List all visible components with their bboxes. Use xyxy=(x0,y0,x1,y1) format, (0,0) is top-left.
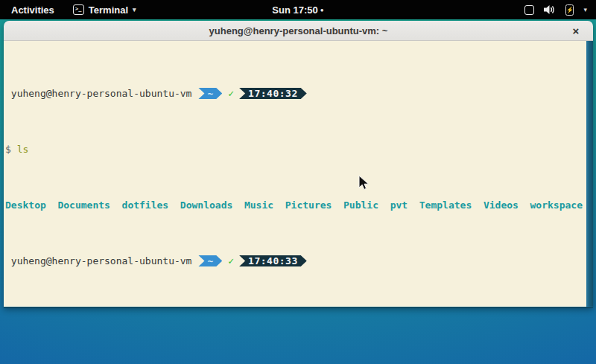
command-line: $ls xyxy=(5,144,586,155)
prompt-cwd-segment: ~ xyxy=(198,88,222,99)
directory-name: Downloads xyxy=(180,199,232,211)
prompt-time-segment: 17:40:32 xyxy=(239,88,307,99)
prompt-status-check-icon: ✓ xyxy=(228,255,234,266)
chevron-down-icon: ▾ xyxy=(133,6,136,13)
window-title: yuheng@henry-personal-ubuntu-vm: ~ xyxy=(209,25,388,36)
prompt-dollar: $ xyxy=(5,144,11,155)
directory-name: workspace xyxy=(530,199,583,211)
prompt-line-1: yuheng@henry-personal-ubuntu-vm~✓17:40:3… xyxy=(5,88,586,99)
close-icon[interactable]: × xyxy=(568,21,584,41)
activities-label: Activities xyxy=(11,4,54,16)
prompt-cwd-segment: ~ xyxy=(198,255,222,266)
directory-name: Documents xyxy=(57,199,110,211)
directory-name: Templates xyxy=(419,199,472,211)
screen-icon xyxy=(524,5,534,15)
window-titlebar[interactable]: yuheng@henry-personal-ubuntu-vm: ~ × xyxy=(4,21,593,41)
ls-output-line: Desktop Documents dotfiles Downloads Mus… xyxy=(5,199,586,211)
directory-name: pvt xyxy=(390,199,408,211)
clock-button[interactable]: Sun 17:50 ● xyxy=(272,0,323,19)
directory-name: Videos xyxy=(484,199,519,211)
directory-name: Music xyxy=(244,199,273,211)
directory-name: Public xyxy=(343,199,378,211)
system-status-area[interactable]: ⚡ ▾ xyxy=(524,0,590,19)
system-menu-chevron-icon: ▾ xyxy=(583,6,587,13)
battery-charging-icon: ⚡ xyxy=(565,4,574,16)
terminal-icon: >_ xyxy=(73,4,84,15)
gnome-top-bar: Activities >_ Terminal ▾ Sun 17:50 ● ⚡ ▾ xyxy=(0,0,596,19)
directory-name: dotfiles xyxy=(122,199,169,211)
prompt-user-host: yuheng@henry-personal-ubuntu-vm xyxy=(11,255,192,266)
app-menu-label: Terminal xyxy=(89,4,128,16)
terminal-window[interactable]: yuheng@henry-personal-ubuntu-vm: ~ × yuh… xyxy=(4,21,593,307)
prompt-status-check-icon: ✓ xyxy=(228,88,234,99)
terminal-content[interactable]: yuheng@henry-personal-ubuntu-vm~✓17:40:3… xyxy=(4,41,593,307)
scrollbar[interactable] xyxy=(586,41,593,307)
clock-label: Sun 17:50 xyxy=(272,4,317,16)
prompt-line-2: yuheng@henry-personal-ubuntu-vm~✓17:40:3… xyxy=(5,255,586,266)
directory-name: Desktop xyxy=(5,199,46,211)
typed-command: ls xyxy=(17,144,29,155)
prompt-time-segment: 17:40:33 xyxy=(239,255,307,266)
directory-name: Pictures xyxy=(285,199,332,211)
prompt-user-host: yuheng@henry-personal-ubuntu-vm xyxy=(11,88,192,99)
desktop-wallpaper: yuheng@henry-personal-ubuntu-vm: ~ × yuh… xyxy=(0,19,596,364)
activities-button[interactable]: Activities xyxy=(0,0,66,19)
volume-icon xyxy=(544,4,556,15)
notification-dot-icon: ● xyxy=(320,7,324,13)
app-menu-terminal[interactable]: >_ Terminal ▾ xyxy=(66,0,144,19)
mouse-cursor-icon xyxy=(358,175,370,191)
